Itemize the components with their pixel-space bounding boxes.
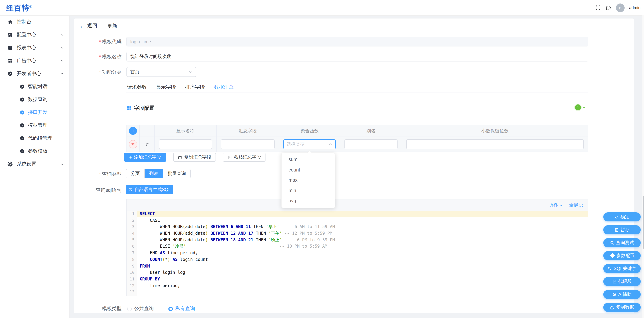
sql-token: AS [172,257,178,262]
code-line: ELSE '凌晨' -- 10 PM to 5:59 AM [137,243,588,250]
sidebar-item-控制台[interactable]: 控制台 [0,15,69,28]
sidebar-item-广告中心[interactable]: 广告中心 [0,54,69,67]
action-button-SQL关键字[interactable]: SQL关键字 [603,264,641,273]
sql-code-editor[interactable]: 12345678910111213 SELECT CASE WHEN HOUR(… [127,210,588,296]
display-name-input[interactable] [159,139,212,149]
back-arrow-icon[interactable]: ← [80,23,85,29]
back-button[interactable]: 返回 [87,23,97,29]
add-summary-field-button[interactable]: + 添加汇总字段 [124,153,166,162]
template-code-input[interactable]: login_time [126,37,588,46]
tab-请求参数[interactable]: 请求参数 [127,84,147,94]
copy-summary-field-button[interactable]: 复制汇总字段 [173,153,216,162]
sidebar-item-label: 配置中心 [17,32,36,38]
template-name-input[interactable]: 统计登录时间段次数 [126,52,588,62]
sql-token: BETWEEN 18 AND 21 [210,238,254,242]
sql-token: -- 12 PM to 5:59 PM [282,231,332,236]
query-type-option-分页[interactable]: 分页 [126,170,144,178]
sql-token: THEN [251,224,266,229]
sidebar-item-配置中心[interactable]: 配置中心 [0,28,69,41]
action-button-确定[interactable]: 确定 [603,212,641,222]
sql-token: ) [206,238,208,242]
tab-排序字段[interactable]: 排序字段 [185,84,205,94]
line-number: 2 [127,217,136,224]
template-type-radio-公共查询[interactable]: 公共查询 [127,306,154,312]
code-line: WHEN HOUR(add_date) BETWEEN 18 AND 21 TH… [137,237,588,243]
code-line: FROM [137,263,588,269]
sql-token [208,238,210,242]
sidebar-item-开发者中心[interactable]: 开发者中心 [0,67,69,80]
decimal-places-input[interactable] [406,139,584,149]
sort-icon[interactable] [144,142,150,147]
chevron-down-icon[interactable] [582,105,586,110]
paste-summary-field-label: 粘贴汇总字段 [234,154,261,160]
field-config-title: 字段配置 [134,104,154,111]
nl-generate-sql-button[interactable]: 自然语言生成SQL [126,185,173,194]
sidebar-item-模型管理[interactable]: 模型管理 [0,119,69,132]
sql-token: '凌晨' [172,244,186,249]
sidebar-item-报表中心[interactable]: 报表中心 [0,41,69,54]
action-button-代码段[interactable]: 代码段 [603,277,641,286]
paste-summary-field-button[interactable]: 粘贴汇总字段 [223,153,266,162]
toolbar-divider [102,24,102,28]
function-category-select[interactable]: 首页 [126,67,196,77]
dropdown-option-avg[interactable]: avg [282,196,335,206]
action-button-AI辅助[interactable]: AI辅助 [603,290,641,299]
row-count-badge: 1 [575,104,581,110]
query-type-label: 查询类型 [74,171,122,178]
chevron-down-icon [60,33,64,37]
sql-token: -- 6 PM to 9:59 PM [282,238,335,242]
code-line: time_period; [137,282,588,289]
table-cell: 选择类型 [279,137,340,152]
table-row: 选择类型 [127,136,588,152]
sidebar-item-label: 参数模板 [28,148,48,154]
collapse-label: 折叠 [549,202,558,208]
alias-input[interactable] [344,139,397,149]
aggregate-function-select[interactable]: 选择类型 [284,139,336,149]
dropdown-option-count[interactable]: count [282,165,335,175]
summary-field-input[interactable] [220,139,274,149]
code-line [137,289,588,296]
sidebar: 控制台配置中心报表中心广告中心开发者中心智能对话数据查询接口开发模型管理代码段管… [0,15,70,318]
column-header: 小数保留位数 [402,125,588,136]
row-count-badge-group[interactable]: 1 [575,104,586,110]
sql-token: WHEN HOUR [140,238,183,242]
dropdown-option-max[interactable]: max [282,175,335,185]
action-button-参数配置[interactable]: 参数配置 [603,251,641,260]
action-button-复制数据[interactable]: 复制数据 [603,303,641,312]
template-type-row: 模板类型 公共查询私有查询 [74,306,195,312]
template-code-label: 模板代码 [74,39,122,45]
avatar[interactable]: a [616,3,624,12]
page-scrollbar[interactable] [642,15,644,318]
tab-数据汇总[interactable]: 数据汇总 [214,84,234,94]
compass-icon [20,110,25,115]
sql-token: BETWEEN 12 AND 17 [210,231,254,236]
sidebar-item-系统设置[interactable]: 系统设置 [0,158,69,170]
sidebar-item-接口开发[interactable]: 接口开发 [0,106,69,119]
template-type-radio-私有查询[interactable]: 私有查询 [168,306,195,312]
fullscreen-link[interactable]: 全屏 [569,202,583,208]
action-button-label: 参数配置 [616,252,634,259]
sidebar-item-数据查询[interactable]: 数据查询 [0,93,69,106]
action-button-查询测试[interactable]: 查询测试 [603,238,641,247]
action-button-暂存[interactable]: 暂存 [603,225,641,234]
dropdown-option-min[interactable]: min [282,185,335,196]
speech-bubble-icon [128,188,133,192]
delete-row-button[interactable] [129,140,137,148]
key-icon [608,266,612,271]
scrollbar-thumb[interactable] [642,196,644,249]
add-row-button[interactable]: + [129,127,137,135]
ai-chat-icon [612,292,617,297]
shop-icon [7,58,13,64]
collapse-link[interactable]: 折叠 [549,202,563,208]
dropdown-option-sum[interactable]: sum [282,154,335,165]
query-type-option-列表[interactable]: 列表 [144,170,163,178]
sql-token: * [165,257,168,262]
sidebar-item-代码段管理[interactable]: 代码段管理 [0,132,69,144]
message-icon[interactable] [606,5,611,11]
fullscreen-icon[interactable] [595,5,601,10]
tab-显示字段[interactable]: 显示字段 [156,84,176,94]
query-type-option-批量查询[interactable]: 批量查询 [163,170,190,178]
sidebar-item-参数模板[interactable]: 参数模板 [0,144,69,158]
sidebar-item-label: 数据查询 [28,96,48,102]
sidebar-item-智能对话[interactable]: 智能对话 [0,80,69,93]
